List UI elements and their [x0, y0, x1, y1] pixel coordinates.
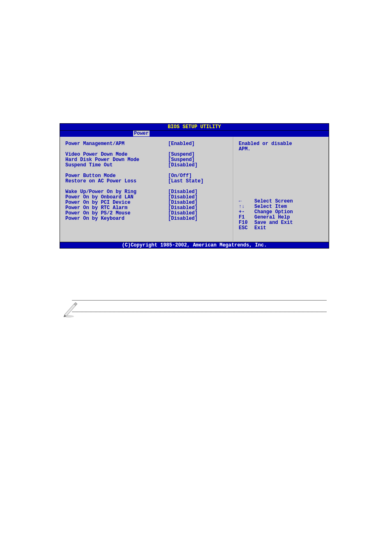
bios-copyright: (C)Copyright 1985-2002, American Megatre…: [60, 242, 329, 249]
pen-icon: [62, 301, 79, 318]
setting-value: [Disabled]: [168, 216, 198, 221]
setting-label: Power Management/APM: [65, 141, 168, 147]
tab-power[interactable]: Power: [133, 131, 150, 136]
blank-row: [65, 221, 228, 227]
bios-help-panel: Enabled or disable APM. ← Select Screen …: [233, 137, 329, 242]
setting-row[interactable]: Suspend Time Out [Disabled]: [65, 163, 228, 168]
setting-row[interactable]: Power Management/APM [Enabled]: [65, 141, 228, 147]
divider: [72, 300, 327, 301]
bios-title: BIOS SETUP UTILITY: [60, 123, 329, 131]
help-line: APM.: [239, 147, 323, 152]
bios-window: BIOS SETUP UTILITY Power Power Managemen…: [60, 123, 329, 249]
blank-row: [65, 232, 228, 237]
bios-body: Power Management/APM [Enabled] Video Pow…: [60, 137, 329, 242]
nav-row: F10 Save and Exit: [239, 220, 323, 226]
nav-key: ESC: [239, 226, 254, 231]
bios-tab-row: Power: [60, 131, 329, 137]
setting-value: [Enabled]: [168, 141, 195, 147]
setting-value: [Last State]: [168, 179, 203, 184]
nav-row: ESC Exit: [239, 226, 323, 231]
nav-desc: Exit: [254, 226, 266, 231]
blank-row: [65, 227, 228, 232]
setting-label: Restore on AC Power Loss: [65, 179, 168, 184]
setting-label: Suspend Time Out: [65, 163, 168, 168]
bios-main-panel: Power Management/APM [Enabled] Video Pow…: [60, 137, 233, 242]
setting-value: [Disabled]: [168, 163, 198, 168]
setting-row[interactable]: Restore on AC Power Loss [Last State]: [65, 179, 228, 184]
help-text-block: Enabled or disable APM.: [239, 141, 323, 199]
divider: [72, 311, 327, 312]
nav-help: ← Select Screen ↑↓ Select Item +- Change…: [239, 199, 323, 231]
help-line: Enabled or disable: [239, 141, 323, 147]
setting-label: Power On by Keyboard: [65, 216, 168, 221]
setting-row[interactable]: Power On by Keyboard [Disabled]: [65, 216, 228, 221]
note-block: [72, 300, 327, 323]
